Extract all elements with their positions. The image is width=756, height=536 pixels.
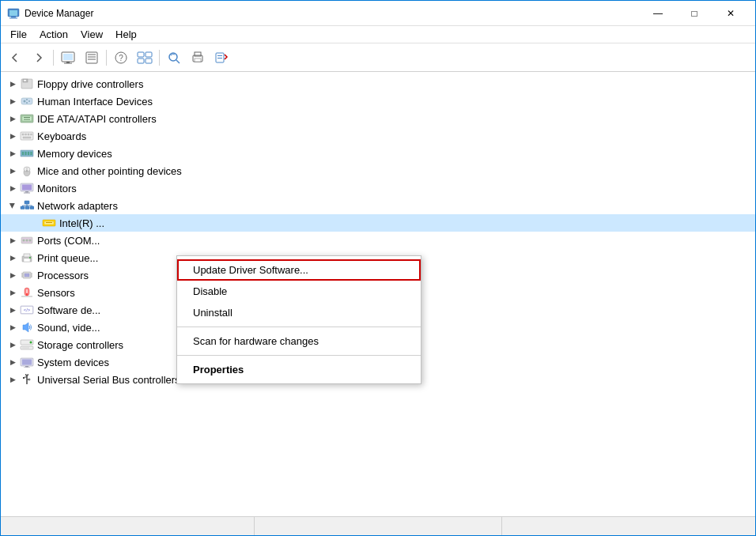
svg-rect-55 [25, 191, 28, 193]
software-dev-label: Software de... [37, 304, 100, 316]
svg-text:</>: </> [24, 308, 31, 312]
svg-rect-48 [31, 152, 32, 155]
menu-help[interactable]: Help [109, 27, 143, 42]
ctx-uninstall[interactable]: Uninstall [177, 302, 421, 323]
storage-icon [20, 338, 34, 351]
scan-button[interactable] [163, 47, 185, 69]
ctx-update-driver[interactable]: Update Driver Software... [177, 259, 421, 281]
device-view-button[interactable] [134, 47, 156, 69]
expand-arrow[interactable]: ▶ [7, 304, 18, 315]
window-title: Device Manager [25, 8, 640, 19]
tree-item-ide[interactable]: ▶ IDE ATA/ATAPI controllers [1, 110, 755, 127]
ctx-properties[interactable]: Properties [177, 359, 421, 380]
expand-arrow[interactable]: ▶ [7, 130, 18, 142]
floppy-icon [20, 77, 34, 90]
status-section-2 [255, 517, 502, 535]
main-content: ▶ Floppy drive controllers ▶ [1, 72, 755, 516]
tree-item-floppy[interactable]: ▶ Floppy drive controllers [1, 75, 755, 92]
expand-arrow[interactable]: ▶ [7, 252, 18, 263]
hid-label: Human Interface Devices [37, 96, 153, 108]
svg-point-32 [26, 99, 28, 100]
keyboard-icon [20, 130, 34, 142]
menu-file[interactable]: File [4, 27, 33, 42]
svg-rect-59 [25, 206, 29, 209]
usb-label: Universal Serial Bus controllers [37, 374, 180, 386]
properties-button[interactable] [57, 47, 79, 69]
ports-icon [20, 234, 34, 247]
expand-arrow[interactable]: ▶ [7, 78, 18, 89]
tree-item-network[interactable]: ▶ Network adapters [1, 197, 755, 214]
expand-arrow[interactable]: ▶ [7, 270, 18, 281]
svg-rect-41 [28, 134, 29, 135]
toolbar-sep-3 [159, 50, 160, 66]
forward-button[interactable] [28, 47, 50, 69]
svg-rect-35 [22, 116, 32, 121]
svg-rect-36 [24, 117, 30, 118]
minimize-button[interactable]: — [640, 1, 676, 26]
svg-rect-79 [25, 274, 29, 277]
expand-arrow[interactable]: ▶ [7, 374, 18, 385]
expand-arrow[interactable]: ▶ [7, 113, 18, 124]
intel-icon [42, 217, 56, 229]
mice-label: Mice and other pointing devices [37, 165, 182, 177]
print-button[interactable] [187, 47, 209, 69]
device-manager-window: Device Manager — □ ✕ File Action View He… [0, 0, 756, 536]
sensors-icon [20, 286, 34, 299]
expand-arrow[interactable]: ▶ [7, 183, 18, 194]
svg-rect-24 [217, 55, 222, 56]
expand-arrow[interactable]: ▶ [7, 235, 18, 246]
svg-rect-14 [138, 52, 144, 57]
expand-arrow[interactable]: ▶ [7, 165, 18, 176]
window-controls: — □ ✕ [640, 1, 749, 26]
expand-arrow[interactable]: ▶ [7, 357, 18, 368]
update-button[interactable] [210, 47, 232, 69]
storage-label: Storage controllers [37, 339, 123, 351]
ports-label: Ports (COM... [37, 235, 100, 247]
ctx-scan[interactable]: Scan for hardware changes [177, 330, 421, 352]
svg-point-72 [26, 240, 28, 242]
back-button[interactable] [4, 47, 26, 69]
tree-item-hid[interactable]: ▶ Human Interface Devices [1, 92, 755, 110]
title-bar: Device Manager — □ ✕ [1, 1, 755, 26]
svg-line-19 [176, 60, 180, 63]
tree-item-keyboards[interactable]: ▶ Keyboards [1, 127, 755, 145]
svg-rect-22 [195, 59, 201, 62]
app-icon [7, 7, 20, 20]
ctx-disable[interactable]: Disable [177, 281, 421, 302]
svg-rect-99 [22, 360, 32, 365]
tree-item-ports[interactable]: ▶ Ports (COM... [1, 232, 755, 249]
svg-rect-54 [22, 185, 32, 191]
menu-view[interactable]: View [74, 27, 109, 42]
ctx-sep-2 [177, 355, 421, 356]
menu-bar: File Action View Help [1, 26, 755, 43]
svg-rect-58 [21, 206, 25, 209]
expand-arrow[interactable]: ▶ [7, 148, 18, 159]
mice-icon [20, 164, 34, 177]
tree-item-memory[interactable]: ▶ Memory devices [1, 145, 755, 162]
network-icon [20, 199, 34, 212]
tree-item-mice[interactable]: ▶ Mice and other pointing devices [1, 162, 755, 179]
tree-item-intel[interactable]: ▶ Intel(R) ... [1, 214, 755, 232]
tree-item-monitors[interactable]: ▶ Monitors [1, 179, 755, 197]
close-button[interactable]: ✕ [713, 1, 749, 26]
expand-arrow[interactable]: ▶ [7, 96, 18, 107]
menu-action[interactable]: Action [33, 27, 74, 42]
svg-rect-100 [25, 366, 28, 368]
toolbar-sep-2 [106, 50, 107, 66]
expand-arrow[interactable]: ▶ [7, 339, 18, 350]
svg-point-33 [26, 102, 28, 104]
help-button[interactable]: ? [110, 47, 132, 69]
expand-arrow[interactable]: ▶ [7, 287, 18, 298]
maximize-button[interactable]: □ [676, 1, 713, 26]
svg-rect-88 [26, 293, 28, 296]
svg-rect-16 [138, 59, 144, 63]
svg-text:?: ? [119, 54, 123, 62]
memory-icon [20, 147, 34, 160]
hid-icon [20, 95, 34, 108]
expand-arrow[interactable]: ▶ [7, 200, 18, 211]
list-button[interactable] [81, 47, 103, 69]
expand-arrow[interactable]: ▶ [7, 322, 18, 333]
status-bar [1, 516, 755, 535]
svg-marker-93 [23, 323, 28, 332]
status-section-3 [502, 517, 749, 535]
